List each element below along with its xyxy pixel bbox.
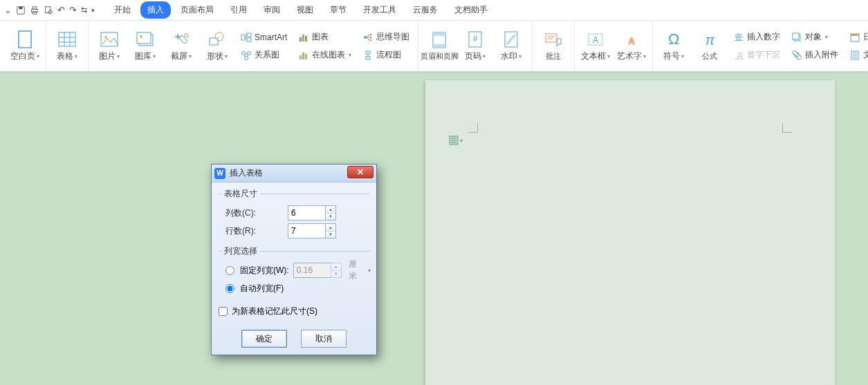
table-size-legend: 表格尺寸 [221, 188, 260, 200]
online-chart-label: 在线图表 [312, 49, 345, 61]
svg-rect-22 [247, 33, 251, 37]
doc-parts-label: 文档部件 [863, 49, 868, 61]
watermark-button[interactable]: 水印▾ [496, 23, 526, 70]
svg-text:#: # [473, 34, 478, 44]
tab-layout[interactable]: 页面布局 [174, 1, 221, 19]
svg-rect-55 [546, 34, 557, 42]
insert-number-label: 插入数字 [747, 31, 780, 43]
wordart-button[interactable]: A 艺术字▾ [616, 23, 647, 70]
dropcap-icon: A [733, 50, 744, 61]
svg-rect-32 [299, 37, 302, 41]
auto-width-radio[interactable] [225, 284, 234, 293]
tab-review[interactable]: 审阅 [257, 1, 287, 19]
margin-corner-tl [468, 123, 478, 133]
spin-up-icon[interactable]: ▲ [326, 224, 335, 232]
col-width-legend: 列宽选择 [221, 245, 260, 257]
page-number-icon: # [465, 30, 485, 49]
tab-references[interactable]: 引用 [223, 1, 254, 19]
equation-icon: π [700, 30, 719, 50]
ribbon-group-text: A 文本框▾ A 艺术字▾ [575, 21, 653, 71]
screenshot-button[interactable]: 截屏▾ [166, 23, 196, 70]
svg-point-38 [364, 36, 367, 39]
smartart-button[interactable]: SmartArt [238, 30, 290, 45]
fixed-width-radio[interactable] [225, 266, 234, 275]
save-icon[interactable] [16, 6, 26, 15]
section-options-button[interactable]: ▾ [449, 135, 463, 145]
page-number-button[interactable]: # 页码▾ [460, 23, 490, 70]
relation-button[interactable]: 关系图 [238, 48, 290, 63]
table-label: 表格 [57, 50, 73, 62]
chevron-down-icon[interactable]: ▾ [368, 267, 371, 274]
svg-rect-67 [793, 33, 799, 39]
insert-number-button[interactable]: 壹插入数字 [730, 30, 783, 45]
ribbon-group-pages: 空白页▾ [4, 21, 46, 71]
qat-more-icon[interactable]: ⇆ [81, 6, 87, 15]
svg-point-14 [104, 36, 107, 39]
comment-button[interactable]: 批注 [538, 23, 569, 70]
table-button[interactable]: 表格▾ [52, 23, 82, 70]
cancel-button[interactable]: 取消 [301, 330, 347, 348]
spin-down-icon[interactable]: ▼ [326, 232, 335, 238]
cols-input[interactable] [288, 205, 325, 220]
gallery-button[interactable]: 图库▾ [130, 23, 160, 70]
svg-rect-37 [305, 54, 307, 59]
gallery-label: 图库 [135, 50, 151, 62]
header-footer-button[interactable]: 页眉和页脚 [424, 23, 454, 70]
rows-spinner[interactable]: ▲▼ [325, 223, 336, 238]
symbol-label: 符号 [663, 50, 680, 62]
cols-spinner[interactable]: ▲▼ [325, 205, 336, 220]
dialog-titlebar[interactable]: W 插入表格 ✕ [212, 165, 376, 182]
mindmap-button[interactable]: 思维导图 [360, 30, 412, 45]
screenshot-label: 截屏 [171, 50, 187, 62]
qat-customize-icon[interactable]: ▾ [91, 7, 95, 14]
svg-rect-5 [46, 6, 50, 12]
symbol-button[interactable]: Ω 符号▾ [658, 23, 689, 70]
col-width-group: 列宽选择 固定列宽(W): ▲▼ 厘米▾ 自动列宽(F) [219, 245, 371, 297]
tab-devtools[interactable]: 开发工具 [356, 1, 403, 19]
svg-rect-46 [366, 57, 370, 59]
attachment-button[interactable]: 📎插入附件 [788, 48, 841, 63]
flowchart-button[interactable]: 流程图 [360, 48, 412, 63]
print-icon[interactable] [30, 6, 39, 15]
tab-chapter[interactable]: 章节 [323, 1, 353, 19]
spin-up-icon[interactable]: ▲ [326, 206, 335, 214]
picture-button[interactable]: 图片▾ [94, 23, 124, 70]
svg-line-54 [507, 35, 515, 44]
date-button[interactable]: 日期 [847, 30, 868, 45]
spin-down-icon[interactable]: ▼ [326, 214, 335, 220]
rows-label: 行数(R): [225, 225, 284, 237]
tab-start[interactable]: 开始 [107, 1, 138, 19]
print-preview-icon[interactable] [44, 6, 53, 15]
remember-size-checkbox[interactable] [219, 307, 228, 316]
header-footer-icon [430, 30, 449, 50]
online-chart-button[interactable]: 在线图表▾ [295, 48, 354, 63]
rows-input[interactable] [288, 223, 325, 238]
ribbon-insert: 空白页▾ 表格▾ 图片▾ 图库▾ 截屏▾ 形状▾ SmartArt 关系图 [0, 21, 868, 72]
insert-table-dialog: W 插入表格 ✕ 表格尺寸 列数(C): ▲▼ 行数(R): ▲▼ [211, 164, 377, 355]
wordart-label: 艺术字 [617, 50, 642, 62]
close-button[interactable]: ✕ [347, 166, 373, 178]
shapes-button[interactable]: 形状▾ [202, 23, 232, 70]
tab-insert[interactable]: 插入 [140, 1, 171, 19]
unit-select[interactable]: 厘米 [349, 259, 363, 282]
fixed-width-input [293, 263, 331, 278]
tab-cloud[interactable]: 云服务 [406, 1, 445, 19]
textbox-button[interactable]: A 文本框▾ [580, 23, 611, 70]
blank-page-button[interactable]: 空白页▾ [10, 23, 40, 70]
redo-icon[interactable]: ↷ [69, 5, 77, 15]
doc-parts-icon [849, 50, 860, 61]
mindmap-label: 思维导图 [376, 31, 409, 43]
tab-assistant[interactable]: 文档助手 [447, 1, 495, 19]
chart-button[interactable]: 图表 [295, 30, 354, 45]
qat-dropdown-icon[interactable]: ⌄ [4, 5, 12, 15]
object-button[interactable]: 对象▾ [788, 30, 841, 45]
textbox-label: 文本框 [581, 50, 606, 62]
doc-parts-button[interactable]: 文档部件▾ [847, 48, 868, 63]
svg-point-39 [370, 33, 372, 35]
tab-view[interactable]: 视图 [290, 1, 320, 19]
equation-button[interactable]: π 公式 [694, 23, 725, 70]
comment-icon [544, 30, 563, 50]
table-size-group: 表格尺寸 列数(C): ▲▼ 行数(R): ▲▼ [219, 188, 369, 240]
undo-icon[interactable]: ↶ [57, 5, 65, 15]
ok-button[interactable]: 确定 [241, 330, 287, 348]
